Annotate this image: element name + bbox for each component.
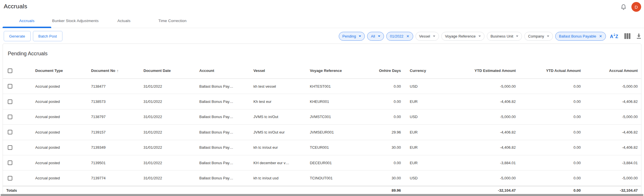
cell-ytd-estimated-amount: -3,884.01	[447, 161, 516, 165]
clear-filter-icon[interactable]: ✕	[406, 34, 409, 38]
cell-onhire-days: 30.00	[359, 176, 401, 180]
cell-currency: EUR	[401, 145, 447, 150]
table-row: Accrual posted713934931/01/2022Ballast B…	[3, 140, 641, 155]
chevron-down-icon	[359, 36, 361, 37]
row-checkbox[interactable]	[8, 84, 12, 89]
cell-voyage-reference: KHTEST001	[310, 84, 359, 89]
horizontal-scrollbar[interactable]	[1, 194, 643, 196]
filter-chip-label: Ballast Bonus Payable	[559, 34, 596, 38]
select-all-checkbox[interactable]	[8, 68, 12, 73]
cell-accrual-amount: -3,884.01	[581, 161, 638, 165]
filter-chip-pending[interactable]: Pending	[339, 32, 365, 41]
column-header-currency[interactable]: Currency	[401, 68, 447, 73]
cell-currency: EUR	[401, 99, 447, 104]
toolbar: Generate Batch Post PendingAll01/2022✕Ve…	[0, 31, 644, 41]
cell-vessel: kh tc in/out eur	[253, 145, 310, 150]
column-header-onhire-days[interactable]: Onhire Days	[359, 68, 401, 73]
cell-currency: USD	[401, 84, 447, 89]
row-select-cell	[3, 176, 35, 181]
filter-chip-01-2022[interactable]: 01/2022✕	[386, 32, 413, 41]
row-select-cell	[3, 115, 35, 119]
tab-time-correction[interactable]: Time Correction	[148, 14, 197, 28]
cell-currency: EUR	[401, 161, 447, 165]
tab-accruals[interactable]: Accruals	[3, 14, 51, 28]
column-header-label: Account	[199, 68, 214, 73]
filter-chip-voyage-reference[interactable]: Voyage Reference	[441, 32, 485, 41]
cell-ytd-estimated-amount: -5,000.00	[447, 84, 516, 89]
column-header-accrual-amount[interactable]: Accrual Amount	[581, 68, 638, 73]
column-header-document-type[interactable]: Document Type	[35, 68, 91, 73]
cell-onhire-days: 0.00	[359, 161, 401, 165]
column-header-document-date[interactable]: Document Date	[143, 68, 199, 73]
row-checkbox[interactable]	[8, 160, 12, 165]
row-checkbox[interactable]	[8, 115, 12, 119]
top-actions: D	[620, 0, 641, 14]
column-header-ytd-estimated-amount[interactable]: YTD Estimated Amount	[447, 68, 516, 73]
column-header-vessel[interactable]: Vessel	[253, 68, 310, 73]
totals-ytd-estimated-amount: -32,104.47	[447, 188, 516, 193]
cell-accrual-amount: -4,406.82	[581, 99, 638, 104]
row-checkbox[interactable]	[8, 130, 12, 134]
cell-ytd-actual-amount: 0.00	[516, 84, 581, 89]
generate-button[interactable]: Generate	[4, 31, 31, 41]
row-checkbox[interactable]	[8, 176, 12, 181]
tab-label: Time Correction	[158, 19, 187, 23]
tab-bunker-stock-adjustments[interactable]: Bunker Stock Adjustments	[51, 14, 100, 28]
table-row: Accrual posted713857331/01/2022Ballast B…	[3, 94, 641, 109]
cell-onhire-days: 29.96	[359, 130, 401, 134]
filter-chip-business-unit[interactable]: Business Unit	[487, 32, 522, 41]
column-header-label: YTD Estimated Amount	[474, 68, 516, 73]
row-select-cell	[3, 145, 35, 150]
row-checkbox[interactable]	[8, 145, 12, 150]
table-row: Accrual posted713977431/01/2022Ballast B…	[3, 170, 641, 186]
notifications-bell-icon[interactable]	[620, 4, 627, 10]
column-header-account[interactable]: Account	[199, 68, 253, 73]
filter-chip-list: PendingAll01/2022✕VesselVoyage Reference…	[339, 32, 606, 41]
column-header-voyage-reference[interactable]: Voyage Reference	[310, 68, 359, 73]
totals-accrual-amount: -32,104.47	[581, 188, 638, 193]
cell-document-date: 31/01/2022	[143, 130, 199, 134]
download-icon[interactable]	[636, 33, 642, 39]
cell-voyage-reference: JVMSEUR001	[310, 130, 359, 134]
cell-document-date: 31/01/2022	[143, 176, 199, 180]
clear-filter-icon[interactable]: ✕	[599, 34, 602, 38]
filter-chip-vessel[interactable]: Vessel	[415, 32, 439, 41]
cell-accrual-amount: -4,406.82	[581, 145, 638, 150]
cell-vessel: kh test vessel	[253, 84, 310, 89]
column-header-label: Document Type	[35, 68, 63, 73]
column-header-label: Currency	[410, 68, 426, 73]
filter-chip-company[interactable]: Company	[524, 32, 553, 41]
cell-document-date: 31/01/2022	[143, 84, 199, 89]
cell-voyage-reference: TCINOUT001	[310, 176, 359, 180]
totals-onhire-days: 89.96	[359, 188, 401, 193]
cell-ytd-actual-amount: 0.00	[516, 115, 581, 119]
filter-chip-label: 01/2022	[390, 34, 403, 38]
filter-chip-all[interactable]: All	[367, 32, 384, 41]
cell-account: Ballast Bonus Pay…	[199, 176, 253, 180]
row-checkbox[interactable]	[8, 99, 12, 104]
sort-alphabetical-icon[interactable]: A Z	[610, 33, 619, 40]
table-body: Accrual posted713847731/01/2022Ballast B…	[3, 79, 641, 186]
cell-document-no: 7138477	[91, 84, 143, 89]
cell-ytd-actual-amount: 0.00	[516, 176, 581, 180]
cell-document-type: Accrual posted	[35, 176, 91, 180]
cell-currency: USD	[401, 176, 447, 180]
column-header-ytd-actual-amount[interactable]: YTD Actual Amount	[516, 68, 581, 73]
cell-ytd-actual-amount: 0.00	[516, 145, 581, 150]
table-row: Accrual posted713915731/01/2022Ballast B…	[3, 125, 641, 140]
table-row: Accrual posted713950131/01/2022Ballast B…	[3, 155, 641, 170]
tab-actuals[interactable]: Actuals	[100, 14, 148, 28]
avatar[interactable]: D	[631, 2, 641, 12]
cell-document-date: 31/01/2022	[143, 145, 199, 150]
cell-onhire-days: 30.00	[359, 145, 401, 150]
cell-account: Ballast Bonus Pay…	[199, 84, 253, 89]
totals-ytd-actual-amount: 0.00	[516, 188, 581, 193]
column-header-document-no[interactable]: Document No↑	[91, 68, 143, 73]
filter-chip-label: Vessel	[419, 34, 430, 38]
column-view-icon[interactable]	[624, 33, 631, 39]
cell-vessel: kh tc in/out usd	[253, 176, 310, 180]
page-title: Accruals	[4, 3, 27, 10]
cell-document-date: 31/01/2022	[143, 115, 199, 119]
filter-chip-ballast-bonus-payable[interactable]: Ballast Bonus Payable✕	[555, 32, 606, 41]
batch-post-button[interactable]: Batch Post	[33, 31, 62, 41]
